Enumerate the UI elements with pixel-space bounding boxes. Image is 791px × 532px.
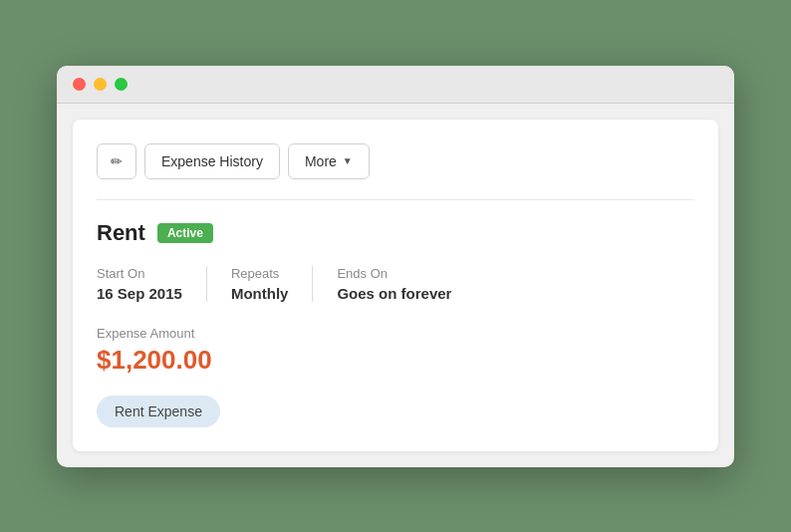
rent-expense-tag-label: Rent Expense [115, 403, 202, 419]
minimize-button[interactable] [94, 78, 107, 91]
start-on-value: 16 Sep 2015 [97, 285, 182, 302]
expense-amount-section: Expense Amount $1,200.00 [97, 326, 694, 376]
repeats-label: Repeats [231, 266, 289, 281]
title-bar [57, 66, 734, 104]
more-label: More [305, 153, 337, 169]
status-badge: Active [157, 223, 213, 243]
repeats-value: Monthly [231, 285, 289, 302]
info-row: Start On 16 Sep 2015 Repeats Monthly End… [97, 266, 694, 302]
expense-history-label: Expense History [161, 153, 263, 169]
start-on-cell: Start On 16 Sep 2015 [97, 266, 207, 302]
record-name: Rent [97, 220, 145, 246]
app-window: ✏ Expense History More ▼ Rent Active Sta… [57, 66, 734, 467]
repeats-cell: Repeats Monthly [207, 266, 314, 302]
more-button[interactable]: More ▼ [288, 143, 370, 179]
content-area: ✏ Expense History More ▼ Rent Active Sta… [73, 120, 718, 451]
ends-on-label: Ends On [337, 266, 451, 281]
ends-on-cell: Ends On Goes on forever [313, 266, 475, 302]
ends-on-value: Goes on forever [337, 285, 451, 302]
expense-amount-value: $1,200.00 [97, 345, 694, 376]
pencil-icon: ✏ [111, 153, 123, 169]
record-title: Rent Active [97, 220, 694, 246]
expense-history-button[interactable]: Expense History [144, 143, 280, 179]
chevron-down-icon: ▼ [343, 155, 353, 166]
start-on-label: Start On [97, 266, 182, 281]
maximize-button[interactable] [115, 78, 128, 91]
close-button[interactable] [73, 78, 86, 91]
expense-amount-label: Expense Amount [97, 326, 694, 341]
edit-button[interactable]: ✏ [97, 143, 136, 179]
toolbar: ✏ Expense History More ▼ [97, 143, 694, 200]
rent-expense-tag[interactable]: Rent Expense [97, 396, 220, 427]
